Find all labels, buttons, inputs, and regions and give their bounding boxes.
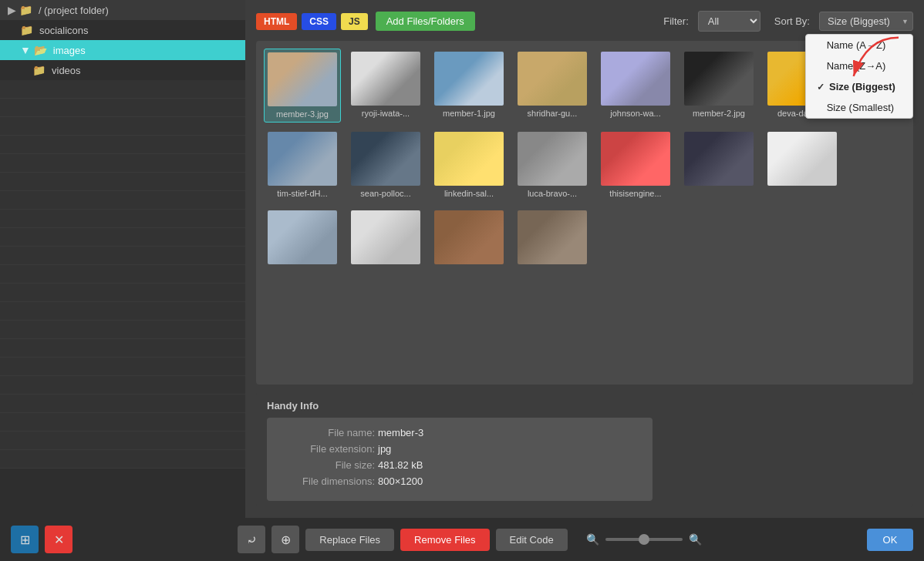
- sort-option-label: Size (Biggest): [829, 81, 895, 92]
- folder-open-icon: ▼ 📂: [20, 44, 47, 56]
- sidebar-empty-row: [0, 191, 245, 210]
- file-name: linkedin-sal...: [444, 189, 494, 198]
- check-icon: [817, 40, 822, 51]
- file-thumbnail: [601, 132, 670, 186]
- file-thumbnail: [518, 210, 587, 264]
- file-name: tim-stief-dH...: [277, 189, 327, 198]
- css-tag-button[interactable]: CSS: [302, 13, 336, 30]
- handy-info-box: File name: member-3 File extension: jpg …: [267, 418, 653, 501]
- file-item[interactable]: shridhar-gu...: [514, 49, 591, 123]
- check-icon: [817, 102, 822, 113]
- file-item[interactable]: ryoji-iwata-...: [347, 49, 424, 123]
- sidebar-item-label: socialicons: [39, 25, 89, 36]
- file-item[interactable]: [680, 129, 757, 201]
- add-icon: ⊕: [281, 532, 291, 547]
- file-name: thisisengine...: [609, 189, 661, 198]
- handy-info-section: Handy Info File name: member-3 File exte…: [256, 392, 913, 507]
- js-tag-button[interactable]: JS: [341, 13, 368, 30]
- add-icon-button[interactable]: ⊕: [271, 526, 299, 553]
- sort-wrapper: Name (A→Z) Name (Z→A) Size (Biggest) Siz…: [819, 12, 913, 31]
- file-item[interactable]: johnson-wa...: [597, 49, 674, 123]
- file-item[interactable]: [764, 129, 841, 201]
- file-thumbnail: [601, 52, 670, 106]
- sidebar-empty-row: [0, 99, 245, 117]
- sort-option-label: Size (Smallest): [827, 102, 894, 113]
- list-view-button[interactable]: ✕: [45, 526, 73, 553]
- file-thumbnail: [767, 132, 837, 186]
- sidebar-empty-row: [0, 154, 245, 173]
- sidebar: ▶ 📁 / (project folder) 📁 socialicons ▼ 📂…: [0, 0, 245, 518]
- sort-option-size-biggest[interactable]: ✓ Size (Biggest): [806, 76, 912, 97]
- content-wrapper: Name (A→Z) Name (Z→A) ✓ Size (Biggest) S…: [245, 0, 924, 518]
- info-row-size: File size: 481.82 kB: [282, 459, 637, 471]
- sidebar-empty-row: [0, 395, 245, 413]
- sidebar-item-label: videos: [52, 65, 81, 76]
- file-thumbnail: [434, 210, 504, 264]
- info-row-ext: File extension: jpg: [282, 443, 637, 455]
- file-name: johnson-wa...: [610, 109, 660, 118]
- ok-button[interactable]: OK: [867, 529, 913, 551]
- file-item[interactable]: luca-bravo-...: [514, 129, 591, 201]
- file-item[interactable]: [430, 207, 508, 270]
- html-tag-button[interactable]: HTML: [256, 13, 297, 30]
- replace-files-button[interactable]: Replace Files: [305, 529, 394, 551]
- file-thumbnail: [268, 132, 337, 186]
- edit-code-button[interactable]: Edit Code: [496, 529, 568, 551]
- main-container: ▶ 📁 / (project folder) 📁 socialicons ▼ 📂…: [0, 0, 924, 518]
- file-item[interactable]: member-3.jpg: [264, 49, 341, 123]
- file-name: sean-polloc...: [360, 189, 410, 198]
- sidebar-empty-row: [0, 265, 245, 284]
- sort-option-name-za[interactable]: Name (Z→A): [806, 55, 912, 76]
- file-name: member-1.jpg: [443, 109, 495, 118]
- sidebar-item-socialicons[interactable]: 📁 socialicons: [0, 20, 245, 40]
- sidebar-empty-row: [0, 173, 245, 191]
- file-thumbnail: [268, 52, 337, 106]
- sidebar-empty-row: [0, 136, 245, 154]
- sidebar-empty-row: [0, 376, 245, 395]
- info-row-name: File name: member-3: [282, 427, 637, 438]
- sidebar-empty-row: [0, 117, 245, 136]
- sidebar-item-videos[interactable]: 📁 videos: [0, 60, 245, 80]
- check-icon: [817, 61, 822, 72]
- bottom-bar: ⊞ ✕ ⤾ ⊕ Replace Files Remove Files Edit …: [0, 518, 924, 561]
- replace-icon-button[interactable]: ⤾: [238, 526, 265, 553]
- file-item[interactable]: [347, 207, 424, 270]
- file-name: ryoji-iwata-...: [362, 109, 410, 118]
- file-name: luca-bravo-...: [528, 189, 577, 198]
- sort-select[interactable]: Name (A→Z) Name (Z→A) Size (Biggest) Siz…: [819, 12, 913, 31]
- sidebar-item-images[interactable]: ▼ 📂 images: [0, 40, 245, 60]
- file-item[interactable]: [514, 207, 591, 270]
- file-item[interactable]: sean-polloc...: [347, 129, 424, 201]
- zoom-bar: 🔍 🔍: [586, 533, 702, 546]
- folder-icon: 📁: [20, 24, 33, 36]
- file-item[interactable]: tim-stief-dH...: [264, 129, 341, 201]
- remove-files-button[interactable]: Remove Files: [400, 529, 489, 551]
- file-item[interactable]: [264, 207, 341, 270]
- sort-option-name-az[interactable]: Name (A→Z): [806, 35, 912, 55]
- sort-dropdown-menu[interactable]: Name (A→Z) Name (Z→A) ✓ Size (Biggest) S…: [805, 34, 913, 119]
- info-row-dims: File dimensions: 800×1200: [282, 475, 637, 487]
- sort-option-size-smallest[interactable]: Size (Smallest): [806, 97, 912, 118]
- add-files-button[interactable]: Add Files/Folders: [376, 12, 475, 31]
- sidebar-item-project[interactable]: ▶ 📁 / (project folder): [0, 0, 245, 20]
- file-item[interactable]: member-1.jpg: [430, 49, 508, 123]
- sort-option-label: Name (A→Z): [827, 39, 886, 51]
- filter-select[interactable]: All Images CSS JS HTML: [698, 11, 760, 32]
- replace-icon: ⤾: [247, 532, 257, 547]
- info-label-dims: File dimensions:: [282, 475, 375, 487]
- file-thumbnail: [434, 52, 504, 106]
- grid-view-button[interactable]: ⊞: [11, 526, 39, 553]
- sidebar-empty-row: [0, 284, 245, 302]
- file-item[interactable]: member-2.jpg: [680, 49, 757, 123]
- info-label-name: File name:: [282, 427, 375, 438]
- grid-icon: ⊞: [20, 532, 30, 547]
- sidebar-empty-row: [0, 450, 245, 469]
- toolbar: HTML CSS JS Add Files/Folders Filter: Al…: [256, 11, 913, 32]
- file-item[interactable]: thisisengine...: [597, 129, 674, 201]
- info-value-dims: 800×1200: [378, 475, 423, 487]
- file-item[interactable]: linkedin-sal...: [430, 129, 508, 201]
- zoom-slider[interactable]: [605, 538, 683, 541]
- info-value-size: 481.82 kB: [378, 459, 423, 471]
- filter-label: Filter:: [663, 15, 689, 27]
- sidebar-empty-row: [0, 247, 245, 265]
